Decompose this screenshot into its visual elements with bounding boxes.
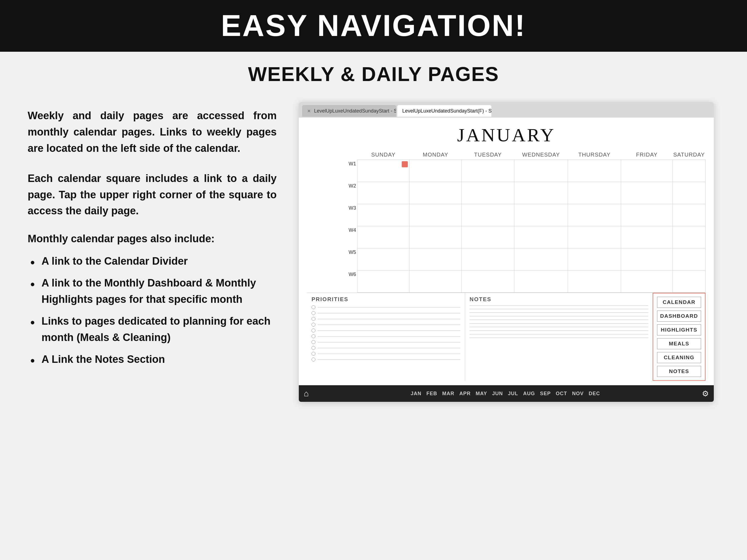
month-may[interactable]: MAY <box>475 391 487 397</box>
nav-btn-cleaning[interactable]: CLEANING <box>657 352 701 363</box>
month-jan[interactable]: JAN <box>411 391 421 397</box>
cal-cell[interactable] <box>673 270 705 293</box>
week-label-w3[interactable]: W3 <box>307 204 357 226</box>
col-monday: MONDAY <box>410 150 462 160</box>
nav-btn-meals[interactable]: MEALS <box>657 338 701 349</box>
table-row: W5 <box>307 248 705 270</box>
cal-cell[interactable] <box>357 270 410 293</box>
cal-cell[interactable] <box>673 204 705 226</box>
cal-cell[interactable] <box>462 204 514 226</box>
home-icon[interactable]: ⌂ <box>304 389 309 398</box>
cal-cell[interactable] <box>621 160 673 182</box>
cal-cell[interactable] <box>462 270 514 293</box>
cal-cell[interactable] <box>410 204 462 226</box>
cal-cell[interactable] <box>514 248 568 270</box>
cal-cell[interactable] <box>514 226 568 248</box>
paragraph-1: Weekly and daily pages are accessed from… <box>28 108 277 157</box>
browser-tabs: ✕ LevelUpLuxeUndatedSundayStart - Stripe… <box>299 102 714 117</box>
cal-cell[interactable] <box>568 204 621 226</box>
notes-line <box>469 330 648 331</box>
cal-cell[interactable] <box>410 160 462 182</box>
tab-close-icon-1[interactable]: ✕ <box>307 108 311 114</box>
cal-cell[interactable] <box>462 160 514 182</box>
priority-row <box>311 346 460 350</box>
bullet-item-3: Links to pages dedicated to planning for… <box>28 313 277 346</box>
cal-cell[interactable] <box>673 182 705 204</box>
calendar-bottom: PRIORITIES NOTES <box>307 293 705 381</box>
cal-cell[interactable] <box>357 160 410 182</box>
browser-tab-2[interactable]: LevelUpLuxeUndatedSundayStart(F) - Strip… <box>397 105 491 117</box>
cal-cell[interactable] <box>568 182 621 204</box>
cal-cell[interactable] <box>462 182 514 204</box>
notes-line <box>469 309 648 309</box>
cal-cell[interactable] <box>357 248 410 270</box>
week-label-w5[interactable]: W5 <box>307 248 357 270</box>
calendar-wrapper: JANUARY SUNDAY MONDAY TUESDAY WEDNESDAY … <box>299 117 714 385</box>
month-sep[interactable]: SEP <box>540 391 551 397</box>
week-col-header <box>307 150 357 160</box>
month-nov[interactable]: NOV <box>572 391 584 397</box>
week-label-w6[interactable]: W6 <box>307 270 357 293</box>
cal-cell[interactable] <box>673 248 705 270</box>
cal-cell[interactable] <box>462 248 514 270</box>
nav-btn-dashboard[interactable]: DASHBOARD <box>657 311 701 322</box>
priority-row <box>311 323 460 327</box>
notes-line <box>469 313 648 313</box>
nav-btn-notes[interactable]: NOTES <box>657 366 701 377</box>
priority-circle <box>311 357 315 362</box>
cal-cell[interactable] <box>357 182 410 204</box>
settings-icon[interactable]: ⚙ <box>702 389 709 398</box>
text-panel: Weekly and daily pages are accessed from… <box>28 102 277 373</box>
month-mar[interactable]: MAR <box>442 391 454 397</box>
cal-cell[interactable] <box>568 270 621 293</box>
table-row: W1 <box>307 160 705 182</box>
cal-cell[interactable] <box>568 248 621 270</box>
cal-cell[interactable] <box>410 226 462 248</box>
cal-cell[interactable] <box>621 226 673 248</box>
browser-tab-1[interactable]: ✕ LevelUpLuxeUndatedSundayStart - Stripe… <box>302 105 396 117</box>
cal-cell[interactable] <box>621 182 673 204</box>
cal-cell[interactable] <box>462 226 514 248</box>
week-label-w4[interactable]: W4 <box>307 226 357 248</box>
notes-line <box>469 323 648 324</box>
cal-cell[interactable] <box>514 160 568 182</box>
cal-cell[interactable] <box>621 270 673 293</box>
priorities-title: PRIORITIES <box>311 296 460 302</box>
paragraph-2: Each calendar square includes a link to … <box>28 170 277 219</box>
priority-row <box>311 305 460 309</box>
week-label-w2[interactable]: W2 <box>307 182 357 204</box>
cal-cell[interactable] <box>410 248 462 270</box>
nav-btn-highlights[interactable]: HIGHLIGHTS <box>657 324 701 336</box>
cal-cell[interactable] <box>568 160 621 182</box>
month-dec[interactable]: DEC <box>589 391 600 397</box>
bullet-item-1: A link to the Calendar Divider <box>28 253 277 269</box>
month-apr[interactable]: APR <box>459 391 471 397</box>
cal-cell[interactable] <box>514 204 568 226</box>
month-jul[interactable]: JUL <box>508 391 518 397</box>
cal-cell[interactable] <box>410 182 462 204</box>
cal-cell[interactable] <box>514 270 568 293</box>
cal-cell[interactable] <box>357 204 410 226</box>
cal-cell[interactable] <box>410 270 462 293</box>
month-aug[interactable]: AUG <box>523 391 535 397</box>
month-feb[interactable]: FEB <box>426 391 437 397</box>
bullet-item-2: A link to the Monthly Dashboard & Monthl… <box>28 275 277 308</box>
cal-cell[interactable] <box>357 226 410 248</box>
cal-cell[interactable] <box>621 204 673 226</box>
table-row: W6 <box>307 270 705 293</box>
month-oct[interactable]: OCT <box>556 391 567 397</box>
tab-2-label: LevelUpLuxeUndatedSundayStart(F) - Strip… <box>402 108 491 114</box>
cal-cell[interactable] <box>621 248 673 270</box>
cal-cell[interactable] <box>673 226 705 248</box>
month-jun[interactable]: JUN <box>492 391 503 397</box>
notes-title: NOTES <box>469 296 648 302</box>
cal-cell[interactable] <box>514 182 568 204</box>
month-links: JAN FEB MAR APR MAY JUN JUL AUG SEP OCT … <box>411 391 600 397</box>
week-label-w1[interactable]: W1 <box>307 160 357 182</box>
also-label: Monthly calendar pages also include: <box>28 233 277 245</box>
cal-cell[interactable] <box>673 160 705 182</box>
priority-circle <box>311 305 315 309</box>
cal-cell[interactable] <box>568 226 621 248</box>
nav-btn-calendar[interactable]: CALENDAR <box>657 297 701 308</box>
main-content: Weekly and daily pages are accessed from… <box>0 91 747 413</box>
